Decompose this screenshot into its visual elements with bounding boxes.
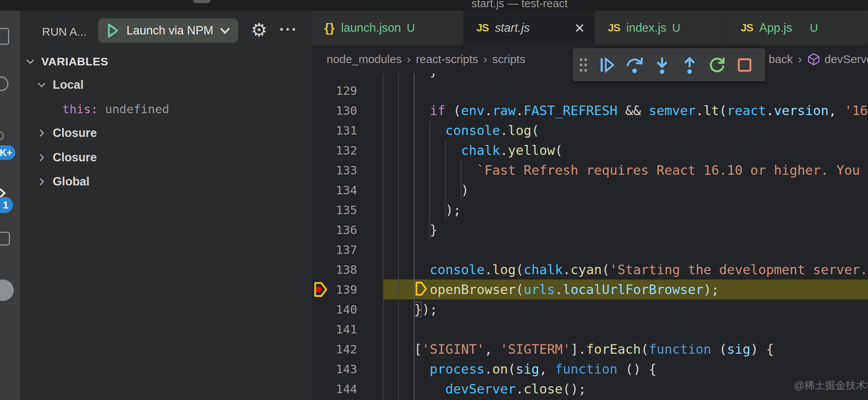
gutter[interactable]: 130: [311, 101, 383, 120]
launch-config-label: Launch via NPM: [126, 24, 213, 37]
code-line-129: 129: [311, 81, 868, 101]
breakpoint-current-line-icon[interactable]: [313, 281, 329, 298]
search-icon[interactable]: [0, 76, 8, 91]
tab-label: start.js: [495, 21, 530, 35]
chevron-down-icon: [37, 80, 47, 90]
code-line-130: 130 if (env.raw.FAST_REFRESH && semver.l…: [311, 101, 868, 120]
debug-toolbar: [573, 49, 765, 81]
restart-button[interactable]: [703, 49, 731, 81]
breadcrumb-separator: ›: [798, 52, 802, 66]
line-number: 136: [329, 220, 357, 240]
gutter[interactable]: 137: [311, 240, 383, 260]
code-line-135: 135 );: [311, 200, 868, 220]
line-content: );: [383, 200, 461, 220]
line-number: 143: [329, 359, 357, 379]
step-over-button[interactable]: [621, 49, 648, 81]
code-line-141: 141: [311, 319, 868, 339]
line-number: 135: [329, 200, 357, 220]
extensions-icon[interactable]: [0, 232, 10, 246]
account-icon[interactable]: [0, 280, 14, 301]
line-number: 131: [329, 120, 357, 140]
code-line-142: 142 ['SIGINT', 'SIGTERM'].forEach(functi…: [311, 339, 868, 359]
js-file-icon: JS: [608, 22, 620, 34]
scope-label: Closure: [53, 151, 97, 164]
launch-config-dropdown[interactable]: Launch via NPM: [98, 18, 238, 43]
code-line-131: 131 console.log(: [311, 120, 868, 140]
variables-section-label: VARIABLES: [41, 55, 108, 68]
line-number: 129: [329, 81, 357, 101]
breadcrumb-item-node_modules[interactable]: node_modules: [327, 53, 402, 66]
gutter[interactable]: 134: [311, 180, 383, 200]
gutter[interactable]: 140: [311, 299, 383, 319]
gutter[interactable]: 136: [311, 220, 383, 240]
code-line-136: 136 }: [311, 220, 868, 240]
code-line-138: 138 console.log(chalk.cyan('Starting the…: [311, 260, 868, 280]
step-into-button[interactable]: [648, 49, 676, 81]
line-content: console.log(chalk.cyan('Starting the dev…: [383, 260, 868, 280]
continue-button[interactable]: [593, 49, 621, 81]
chevron-down-icon: [25, 57, 35, 67]
source-control-icon[interactable]: [0, 131, 4, 140]
gutter[interactable]: 138: [311, 260, 383, 280]
gutter[interactable]: 133: [311, 160, 383, 180]
tab-launch.json[interactable]: {}launch.jsonU: [311, 11, 463, 45]
code-line-144: 144 devServer.close();: [311, 379, 868, 399]
code-line-137: 137: [311, 240, 868, 260]
gear-icon[interactable]: ⚙: [248, 16, 270, 44]
breadcrumb-item-react-scripts[interactable]: react-scripts: [416, 53, 478, 66]
line-number: 141: [329, 319, 357, 339]
breadcrumb-item-callback[interactable]: back: [769, 53, 793, 66]
line-content: });: [383, 299, 437, 319]
gutter[interactable]: 132: [311, 140, 383, 160]
js-file-icon: JS: [476, 22, 489, 34]
gutter[interactable]: 141: [311, 319, 383, 339]
drag-handle[interactable]: [573, 49, 593, 81]
code-line-132: 132 chalk.yellow(: [311, 140, 868, 160]
js-file-icon: JS: [741, 22, 753, 34]
line-number: 144: [329, 379, 357, 399]
variables-scope-closure[interactable]: Closure: [20, 125, 311, 141]
variable-this[interactable]: this: undefined: [20, 101, 311, 117]
variables-scope-closure[interactable]: Closure: [20, 149, 311, 166]
line-content: ): [383, 180, 469, 200]
tab-start.js[interactable]: JSstart.js×: [463, 11, 595, 45]
line-number: 130: [329, 101, 357, 120]
variables-scope-local[interactable]: Local: [20, 76, 311, 93]
gutter[interactable]: 142: [311, 339, 383, 359]
line-content: }: [383, 220, 437, 240]
stop-button[interactable]: [731, 49, 758, 81]
close-icon[interactable]: ×: [575, 20, 585, 36]
gutter[interactable]: 139: [311, 280, 383, 299]
explorer-icon[interactable]: [0, 28, 9, 45]
breadcrumb-item-devserver[interactable]: devServer: [824, 53, 868, 66]
breadcrumb-item-scripts[interactable]: scripts: [492, 53, 526, 66]
variables-section-header[interactable]: VARIABLES: [20, 53, 311, 70]
gutter[interactable]: 135: [311, 200, 383, 220]
panel-title: RUN A...: [42, 25, 87, 38]
window-control-fragment: [193, 0, 211, 3]
line-number: 134: [329, 180, 357, 200]
git-status-badge: U: [407, 21, 415, 34]
line-content: console.log(: [383, 120, 539, 140]
execution-pointer-icon: [414, 281, 428, 302]
more-actions-icon[interactable]: ···: [275, 17, 302, 42]
code-line-140: 140 });: [311, 299, 868, 319]
gutter[interactable]: 131: [311, 120, 383, 140]
tab-App.js[interactable]: JSApp.jsU: [728, 11, 868, 45]
tab-index.js[interactable]: JSindex.jsU: [595, 11, 728, 45]
code-editor: }129130 if (env.raw.FAST_REFRESH && semv…: [311, 61, 868, 399]
gutter[interactable]: 144: [311, 379, 383, 399]
code-line-134: 134 ): [311, 180, 868, 200]
start-debug-icon[interactable]: [107, 23, 120, 38]
variables-scope-global[interactable]: Global: [20, 173, 311, 190]
gutter[interactable]: 143: [311, 359, 383, 379]
git-status-badge: U: [672, 21, 680, 34]
scope-label: Global: [53, 175, 89, 189]
chevron-right-icon: [37, 128, 47, 138]
step-out-button[interactable]: [676, 49, 703, 81]
gutter[interactable]: 129: [311, 81, 383, 101]
title-bar: start.js — test-react: [0, 0, 868, 11]
line-number: 137: [329, 240, 357, 260]
variable-entry: this: undefined: [62, 102, 169, 116]
line-content: devServer.close();: [383, 379, 586, 399]
